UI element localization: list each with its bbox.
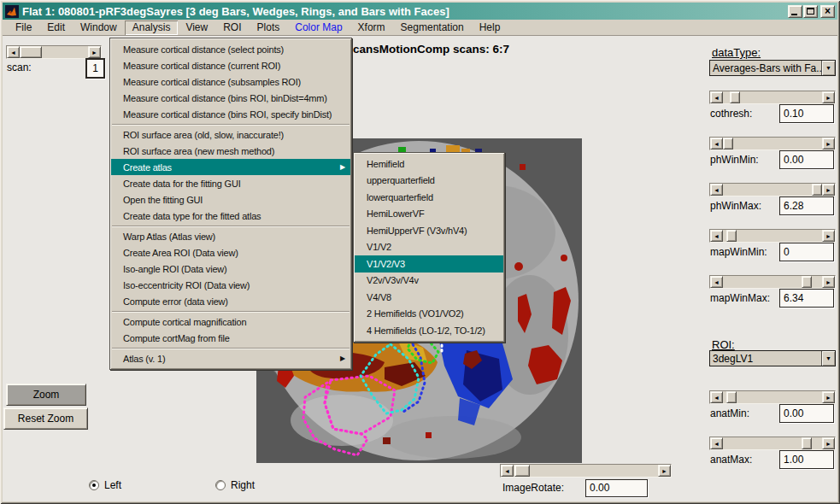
scan-slider[interactable]: ◄ ► [6, 45, 102, 59]
analysis-menu-item-measure-cortical-distance-bins-roi-bindist-4mm[interactable]: Measure cortical distance (bins ROI, bin… [111, 90, 350, 106]
menubar-item-analysis[interactable]: Analysis [125, 21, 179, 35]
param-slider-thumb[interactable] [802, 276, 812, 288]
close-button[interactable]: × [820, 5, 835, 18]
atlas-submenu-item-hemiuppervf-v3v-hv4[interactable]: HemiUpperVF (V3v/hV4) ▶ [355, 222, 503, 239]
slider-right-arrow-icon[interactable]: ► [658, 465, 671, 477]
analysis-menu-item-create-data-for-the-fitting-gui[interactable]: Create data for the fitting GUI ▶ [111, 175, 350, 191]
datatype-dropdown[interactable]: Averages-Bars with Fa... ▼ [709, 60, 836, 76]
scan-slider-thumb[interactable] [20, 46, 42, 58]
atlas-submenu-item-2-hemifields-vo1-vo2[interactable]: 2 Hemifields (VO1/VO2) ▶ [355, 306, 503, 323]
slider-right-arrow-icon[interactable]: ► [822, 184, 835, 196]
analysis-menu-item-measure-cortical-distance-select-points[interactable]: Measure cortical distance (select points… [111, 41, 350, 57]
menubar-item-roi[interactable]: ROI [215, 21, 249, 35]
left-radio-button[interactable] [89, 480, 99, 490]
scan-input[interactable]: 1 [85, 58, 105, 79]
param-slider-thumb[interactable] [730, 91, 740, 103]
dropdown-arrow-icon[interactable]: ▼ [821, 61, 835, 75]
roi-dropdown[interactable]: 3degLV1 ▼ [709, 350, 836, 366]
slider-left-arrow-icon[interactable]: ◄ [710, 91, 723, 103]
zoom-button[interactable]: Zoom [6, 384, 86, 406]
slider-left-arrow-icon[interactable]: ◄ [710, 437, 723, 449]
image-rotate-slider[interactable]: ◄ ► [500, 464, 672, 478]
param-slider-thumb[interactable] [802, 437, 812, 449]
slider-right-arrow-icon[interactable]: ► [88, 46, 101, 58]
minimize-button[interactable] [788, 5, 802, 18]
right-hemisphere-option[interactable]: Right [215, 479, 255, 491]
param-input[interactable]: 0.00 [779, 404, 834, 423]
menubar-item-edit[interactable]: Edit [39, 21, 73, 35]
atlas-submenu-item-v2v-v3v-v4v[interactable]: V2v/V3v/V4v ▶ [355, 273, 503, 290]
param-slider[interactable]: ◄ ► [709, 437, 836, 450]
atlas-submenu-item-v1-v2-v3[interactable]: V1/V2/V3 ▶ [355, 255, 503, 273]
menubar-item-view[interactable]: View [178, 21, 215, 35]
slider-left-arrow-icon[interactable]: ◄ [710, 138, 723, 149]
param-input[interactable]: 6.28 [779, 196, 834, 215]
slider-right-arrow-icon[interactable]: ► [822, 230, 835, 242]
slider-right-arrow-icon[interactable]: ► [822, 391, 835, 403]
image-rotate-input[interactable]: 0.00 [585, 479, 648, 497]
atlas-submenu-item-upperquarterfield[interactable]: upperquarterfield ▶ [355, 173, 503, 190]
dropdown-arrow-icon[interactable]: ▼ [821, 351, 835, 366]
param-input[interactable]: 0.00 [779, 150, 834, 169]
analysis-menu-item-create-data-type-for-the-fitted-atlas[interactable]: Create data type for the fitted atlas ▶ [111, 208, 350, 224]
menubar-item-plots[interactable]: Plots [250, 21, 288, 35]
maximize-button[interactable] [803, 5, 818, 18]
analysis-menu-item-compute-error-data-view[interactable]: Compute error (data view) ▶ [111, 293, 350, 309]
analysis-menu-item-roi-surface-area-new-mesh-method[interactable]: ROI surface area (new mesh method) ▶ [111, 143, 350, 159]
menubar-item-file[interactable]: File [8, 21, 39, 35]
menubar-item-help[interactable]: Help [472, 21, 508, 35]
param-slider[interactable]: ◄ ► [709, 183, 836, 196]
slider-left-arrow-icon[interactable]: ◄ [710, 230, 723, 242]
slider-right-arrow-icon[interactable]: ► [822, 138, 835, 149]
slider-left-arrow-icon[interactable]: ◄ [710, 184, 723, 196]
param-slider[interactable]: ◄ ► [709, 137, 836, 150]
analysis-menu-item-create-area-roi-data-view[interactable]: Create Area ROI (Data view) ▶ [111, 244, 350, 261]
image-rotate-thumb[interactable] [514, 465, 530, 477]
param-slider[interactable]: ◄ ► [709, 390, 836, 404]
param-input[interactable]: 1.00 [779, 450, 834, 469]
analysis-menu-item-measure-cortical-distance-bins-roi-specify-bindist[interactable]: Measure cortical distance (bins ROI, spe… [111, 106, 350, 122]
param-input[interactable]: 0 [779, 243, 834, 261]
analysis-menu-item-create-atlas[interactable]: Create atlas ▶ [111, 159, 350, 175]
atlas-submenu-item-hemifield[interactable]: Hemifield ▶ [355, 155, 503, 173]
titlebar[interactable]: Flat 1: 080801-pRF3degSayres [3 deg Bars… [3, 3, 837, 20]
slider-right-arrow-icon[interactable]: ► [822, 437, 835, 449]
param-input[interactable]: 0.10 [779, 104, 834, 123]
param-slider-thumb[interactable] [812, 184, 822, 196]
menubar-item-color-map[interactable]: Color Map [287, 21, 350, 35]
slider-right-arrow-icon[interactable]: ► [822, 276, 835, 288]
atlas-submenu-item-4-hemifields-lo-1-2-to-1-2[interactable]: 4 Hemifields (LO-1/2, TO-1/2) ▶ [355, 322, 503, 339]
param-slider[interactable]: ◄ ► [709, 91, 836, 104]
slider-left-arrow-icon[interactable]: ◄ [710, 391, 723, 403]
menubar-item-window[interactable]: Window [73, 21, 125, 35]
right-radio-button[interactable] [215, 480, 226, 490]
reset-zoom-button[interactable]: Reset Zoom [3, 407, 88, 430]
atlas-submenu-item-v1-v2[interactable]: V1/V2 ▶ [355, 239, 503, 256]
analysis-menu-item-compute-cortical-magnification[interactable]: Compute cortical magnification ▶ [111, 314, 350, 330]
analysis-menu-item-iso-angle-roi-data-view[interactable]: Iso-angle ROI (Data view) ▶ [111, 261, 350, 277]
left-hemisphere-option[interactable]: Left [89, 479, 121, 491]
param-input[interactable]: 6.34 [779, 289, 834, 308]
slider-left-arrow-icon[interactable]: ◄ [501, 465, 514, 477]
param-slider-thumb[interactable] [723, 138, 733, 149]
slider-left-arrow-icon[interactable]: ◄ [710, 276, 723, 288]
analysis-menu-item-roi-surface-area-old-slow-inaccurate[interactable]: ROI surface area (old, slow, inaccurate!… [111, 126, 350, 143]
slider-left-arrow-icon[interactable]: ◄ [7, 46, 20, 58]
analysis-menu-item-measure-cortical-distance-current-roi[interactable]: Measure cortical distance (current ROI) … [111, 57, 350, 73]
param-slider-thumb[interactable] [726, 391, 737, 403]
analysis-menu-item-iso-eccentricity-roi-data-view[interactable]: Iso-eccentricity ROI (Data view) ▶ [111, 277, 350, 293]
param-slider-thumb[interactable] [726, 230, 737, 242]
atlas-submenu-item-v4-v8[interactable]: V4/V8 ▶ [355, 289, 503, 306]
slider-right-arrow-icon[interactable]: ► [822, 91, 835, 103]
atlas-submenu-item-hemilowervf[interactable]: HemiLowerVF ▶ [355, 206, 503, 223]
analysis-menu-item-compute-cortmag-from-file[interactable]: Compute cortMag from file ▶ [111, 330, 350, 346]
param-slider[interactable]: ◄ ► [709, 229, 836, 243]
menubar-item-xform[interactable]: Xform [350, 21, 393, 35]
atlas-submenu-item-lowerquarterfield[interactable]: lowerquarterfield ▶ [355, 189, 503, 206]
analysis-menu-item-open-the-fitting-gui[interactable]: Open the fitting GUI ▶ [111, 191, 350, 208]
menubar-item-segmentation[interactable]: Segmentation [393, 21, 472, 35]
analysis-menu-item-atlas-v-1[interactable]: Atlas (v. 1) ▶ [111, 350, 350, 366]
analysis-menu-item-measure-cortical-distance-subsamples-roi[interactable]: Measure cortical distance (subsamples RO… [111, 73, 350, 90]
param-slider[interactable]: ◄ ► [709, 275, 836, 289]
analysis-menu-item-warp-atlas-atlas-view[interactable]: Warp Atlas (Atlas view) ▶ [111, 228, 350, 244]
